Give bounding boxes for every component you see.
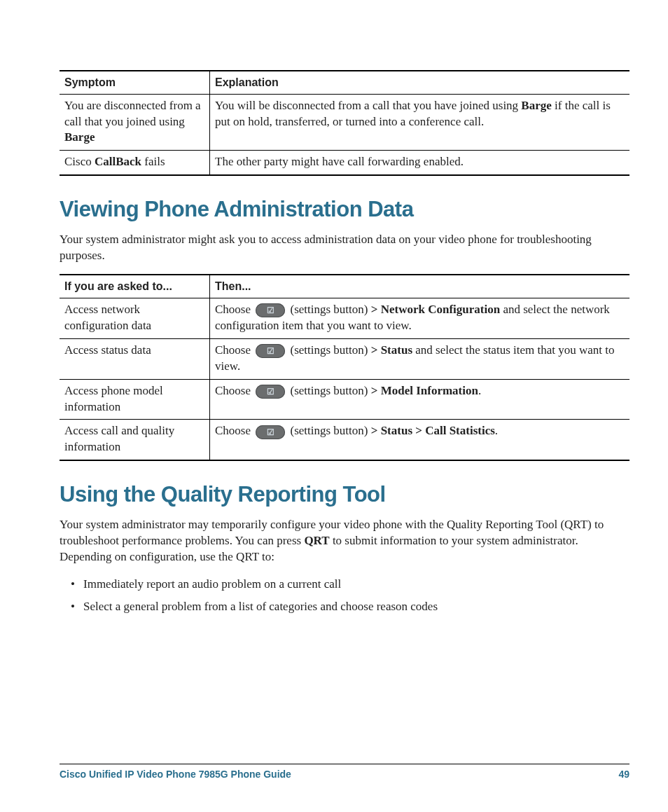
table1-head-symptom: Symptom [60, 71, 210, 94]
settings-button-icon: ☑ [256, 385, 285, 399]
table1-head-explanation: Explanation [210, 71, 630, 94]
table2-head-asked: If you are asked to... [60, 275, 210, 298]
table-row: Access phone model information Choose ☑ … [60, 379, 629, 420]
table-row: Cisco CallBack fails The other party mig… [60, 151, 629, 175]
table-row: Access call and quality information Choo… [60, 420, 629, 460]
symptom-explanation-table: Symptom Explanation You are disconnected… [60, 70, 629, 176]
section2-intro: Your system administrator may temporaril… [60, 517, 629, 565]
table-row: Access network configuration data Choose… [60, 298, 629, 338]
settings-button-icon: ☑ [256, 425, 285, 439]
section-heading-admin-data: Viewing Phone Administration Data [60, 197, 629, 222]
page-footer: Cisco Unified IP Video Phone 7985G Phone… [60, 764, 629, 780]
section1-intro: Your system administrator might ask you … [60, 232, 629, 264]
table2-head-then: Then... [210, 275, 630, 298]
list-item: Select a general problem from a list of … [83, 598, 629, 616]
footer-guide-title: Cisco Unified IP Video Phone 7985G Phone… [60, 769, 291, 780]
section-heading-qrt: Using the Quality Reporting Tool [60, 482, 629, 507]
admin-data-table: If you are asked to... Then... Access ne… [60, 274, 629, 461]
list-item: Immediately report an audio problem on a… [83, 575, 629, 593]
qrt-bullet-list: Immediately report an audio problem on a… [60, 575, 629, 615]
table-row: You are disconnected from a call that yo… [60, 94, 629, 151]
settings-button-icon: ☑ [256, 303, 285, 317]
table-row: Access status data Choose ☑ (settings bu… [60, 338, 629, 379]
settings-button-icon: ☑ [256, 344, 285, 358]
footer-page-number: 49 [618, 769, 629, 780]
